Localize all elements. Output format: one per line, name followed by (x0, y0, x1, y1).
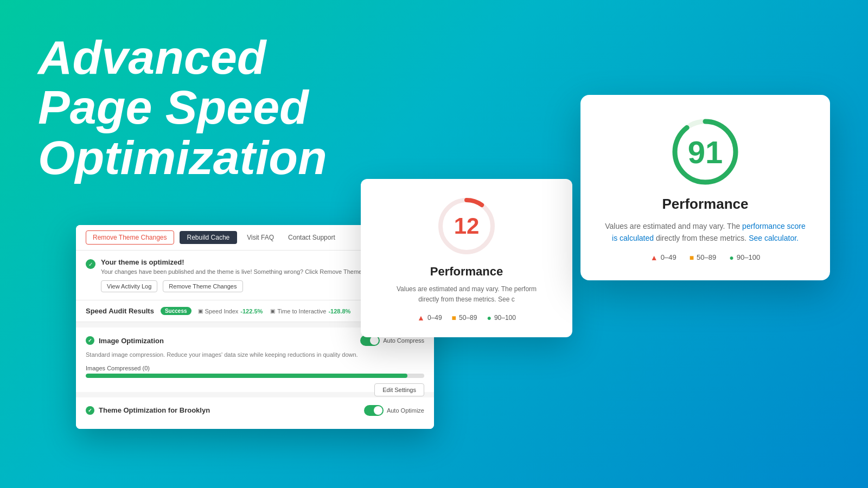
legend-91: ▲ 0–49 ■ 50–89 ● 90–100 (602, 253, 808, 262)
legend-dot-green-12: ● (487, 313, 491, 322)
perf-desc-91: Values are estimated and may vary. The p… (602, 220, 808, 245)
hero-line3: Optimization (38, 133, 327, 183)
legend-item-yellow-12: ■ 50–89 (452, 313, 477, 322)
speed-index-icon: ▣ (198, 308, 203, 314)
legend-range-green-91: 90–100 (737, 253, 760, 261)
auto-optimize-toggle-wrap: Auto Optimize (364, 405, 424, 416)
theme-optimization-check-icon: ✓ (86, 406, 94, 415)
hero-title: Advanced Page Speed Optimization (38, 33, 327, 183)
legend-dot-red-91: ▲ (650, 253, 658, 262)
image-optimization-check-icon: ✓ (86, 336, 94, 345)
progress-bar-fill (86, 374, 407, 378)
legend-range-green-12: 90–100 (494, 314, 516, 322)
legend-item-yellow-91: ■ 50–89 (690, 253, 717, 262)
speed-index-label: Speed Index (205, 308, 239, 314)
remove-theme-changes-button2[interactable]: Remove Theme Changes (163, 280, 242, 292)
image-optimization-section: ✓ Image Optimization Auto Compress Stand… (76, 328, 434, 392)
perf-desc-text2-12: directly from these metrics. See c (418, 296, 514, 303)
performance-card-12: 12 Performance Values are estimated and … (361, 179, 572, 337)
tti-val: -128.8% (328, 308, 350, 314)
speed-index-val: -122.5% (240, 308, 263, 314)
progress-label: Images Compressed (0) (86, 365, 424, 371)
perf-desc-12: Values are estimated and may vary. The p… (377, 284, 556, 305)
success-actions: View Activity Log Remove Theme Changes (101, 280, 394, 292)
score-circle-91: 91 (670, 117, 741, 187)
progress-bar (86, 374, 424, 378)
theme-optimization-title: Theme Optimization for Brooklyn (99, 406, 210, 414)
score-circle-12: 12 (437, 196, 496, 256)
contact-support-button[interactable]: Contact Support (284, 231, 340, 244)
see-calculator-link[interactable]: See calculator. (749, 234, 799, 242)
perf-desc-text-12: Values are estimated and may vary. The p… (397, 285, 537, 293)
legend-dot-yellow-12: ■ (452, 313, 456, 322)
theme-optimization-section: ✓ Theme Optimization for Brooklyn Auto O… (76, 397, 434, 429)
legend-range-red-12: 0–49 (427, 314, 442, 322)
auto-optimize-label: Auto Optimize (387, 407, 424, 414)
legend-range-red-91: 0–49 (661, 253, 676, 261)
perf-title-91: Performance (602, 196, 808, 213)
legend-item-green-12: ● 90–100 (487, 313, 516, 322)
speed-metrics: ▣ Speed Index -122.5% ▣ Time to Interact… (198, 308, 351, 314)
score-circle-wrap-12: 12 (377, 196, 556, 256)
auto-optimize-toggle[interactable] (364, 405, 384, 416)
theme-optimization-header: ✓ Theme Optimization for Brooklyn Auto O… (86, 405, 424, 416)
legend-dot-green-91: ● (729, 253, 733, 262)
hero-line1: Advanced (38, 33, 327, 82)
visit-faq-button[interactable]: Visit FAQ (242, 231, 278, 244)
tti-icon: ▣ (270, 308, 275, 314)
rebuild-cache-button[interactable]: Rebuild Cache (180, 231, 238, 244)
view-activity-log-button[interactable]: View Activity Log (101, 280, 157, 292)
score-number-12: 12 (454, 213, 480, 239)
legend-dot-yellow-91: ■ (690, 253, 694, 262)
score-circle-wrap-91: 91 (602, 117, 808, 187)
edit-settings-button[interactable]: Edit Settings (374, 383, 424, 396)
tti-metric: ▣ Time to Interactive -128.8% (270, 308, 350, 314)
theme-optimization-title-wrap: ✓ Theme Optimization for Brooklyn (86, 406, 210, 415)
legend-12: ▲ 0–49 ■ 50–89 ● 90–100 (377, 313, 556, 322)
score-number-91: 91 (688, 134, 723, 170)
success-check-icon: ✓ (86, 259, 95, 269)
success-title: Your theme is optimized! (101, 258, 394, 266)
perf-title-12: Performance (377, 265, 556, 279)
hero-line2: Page Speed (38, 82, 327, 132)
image-optimization-title: Image Optimization (99, 337, 164, 345)
legend-item-red-12: ▲ 0–49 (417, 313, 442, 322)
speed-audit-badge: Success (161, 307, 192, 315)
success-desc: Your changes have been published and the… (101, 268, 394, 276)
remove-theme-changes-button[interactable]: Remove Theme Changes (86, 230, 174, 245)
legend-range-yellow-91: 50–89 (697, 253, 716, 261)
performance-card-91: 91 Performance Values are estimated and … (580, 95, 830, 280)
image-optimization-desc: Standard image compression. Reduce your … (86, 350, 424, 359)
speed-audit-label: Speed Audit Results (86, 307, 154, 315)
tti-label: Time to Interactive (277, 308, 326, 314)
auto-compress-label: Auto Compress (383, 337, 424, 344)
legend-item-red-91: ▲ 0–49 (650, 253, 676, 262)
legend-item-green-91: ● 90–100 (729, 253, 760, 262)
image-optimization-title-wrap: ✓ Image Optimization (86, 336, 164, 345)
speed-index-metric: ▣ Speed Index -122.5% (198, 308, 263, 314)
success-text: Your theme is optimized! Your changes ha… (101, 258, 394, 292)
legend-range-yellow-12: 50–89 (459, 314, 477, 322)
legend-dot-red-12: ▲ (417, 313, 425, 322)
